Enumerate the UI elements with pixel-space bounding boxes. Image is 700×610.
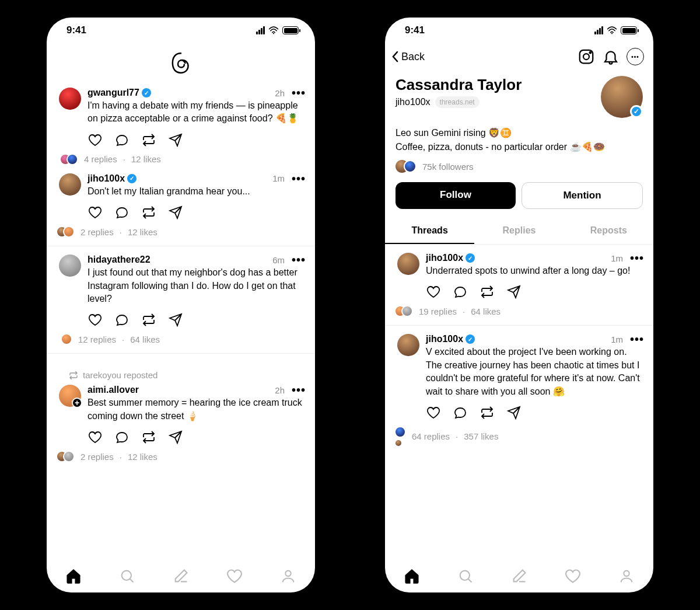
profile-post[interactable]: jiho100x 1m ••• V excited about the proj… xyxy=(385,325,653,455)
replies-count[interactable]: 4 replies xyxy=(84,154,117,164)
repost-icon[interactable] xyxy=(141,133,156,148)
tab-reposts[interactable]: Reposts xyxy=(564,218,653,244)
tab-replies[interactable]: Replies xyxy=(474,218,564,244)
nav-compose-icon[interactable] xyxy=(510,567,528,585)
replies-count[interactable]: 12 replies xyxy=(78,334,116,344)
verified-badge-icon xyxy=(630,105,643,118)
comment-icon[interactable] xyxy=(453,284,468,299)
nav-home-icon[interactable] xyxy=(64,567,83,585)
repost-icon[interactable] xyxy=(141,312,156,327)
share-icon[interactable] xyxy=(506,405,522,420)
feed-post[interactable]: tarekoyou reposted + aimi.allover 2h ••• xyxy=(47,353,315,470)
share-icon[interactable] xyxy=(168,133,183,148)
post-actions xyxy=(426,403,644,426)
post-meta: 2 replies · 12 likes xyxy=(56,226,306,246)
svg-point-8 xyxy=(624,571,629,576)
share-icon[interactable] xyxy=(506,284,522,299)
like-icon[interactable] xyxy=(88,312,103,327)
avatar[interactable] xyxy=(59,173,81,196)
follow-button[interactable]: Follow xyxy=(396,182,516,209)
username[interactable]: jiho100x xyxy=(426,334,463,344)
profile-post[interactable]: jiho100x 1m ••• Underrated spots to unwi… xyxy=(385,245,653,325)
more-icon[interactable]: ••• xyxy=(292,387,306,393)
mention-button[interactable]: Mention xyxy=(522,182,643,209)
notifications-icon[interactable] xyxy=(602,48,620,65)
nav-search-icon[interactable] xyxy=(456,567,475,585)
share-icon[interactable] xyxy=(168,205,183,220)
more-icon[interactable]: ••• xyxy=(630,336,644,342)
avatar[interactable] xyxy=(59,255,81,277)
like-icon[interactable] xyxy=(88,133,103,148)
feed-content: gwangurl77 2h ••• I'm having a debate wi… xyxy=(47,43,315,560)
instagram-icon[interactable] xyxy=(578,48,595,65)
likes-count[interactable]: 12 likes xyxy=(128,452,158,462)
profile-nav: Back ••• xyxy=(385,43,653,70)
threads-logo[interactable] xyxy=(47,43,315,88)
follow-plus-icon[interactable]: + xyxy=(72,398,82,408)
avatar[interactable] xyxy=(59,88,81,110)
phone-feed: 9:41 gwangurl77 2 xyxy=(47,18,315,592)
repost-icon[interactable] xyxy=(480,405,495,420)
profile-header: Cassandra Taylor jiho100x threads.net Le… xyxy=(385,70,653,218)
like-icon[interactable] xyxy=(88,205,103,220)
share-icon[interactable] xyxy=(168,312,183,327)
likes-count[interactable]: 12 likes xyxy=(131,154,161,164)
followers-row[interactable]: 75k followers xyxy=(396,160,643,182)
repost-icon[interactable] xyxy=(480,284,495,299)
avatar[interactable]: + xyxy=(59,385,81,407)
followers-count: 75k followers xyxy=(422,162,474,172)
username[interactable]: hidayathere22 xyxy=(88,255,150,265)
avatar[interactable] xyxy=(397,334,419,356)
more-icon[interactable]: ••• xyxy=(292,257,306,263)
comment-icon[interactable] xyxy=(114,430,130,445)
profile-avatar[interactable] xyxy=(601,76,643,118)
reply-avatar xyxy=(63,451,75,462)
likes-count[interactable]: 64 likes xyxy=(130,334,160,344)
more-icon[interactable]: ••• xyxy=(630,255,644,261)
tab-threads[interactable]: Threads xyxy=(385,218,474,244)
username[interactable]: aimi.allover xyxy=(88,385,139,395)
likes-count[interactable]: 12 likes xyxy=(128,227,158,237)
replies-count[interactable]: 19 replies xyxy=(419,306,457,316)
share-icon[interactable] xyxy=(168,430,183,445)
nav-profile-icon[interactable] xyxy=(279,567,298,585)
nav-home-icon[interactable] xyxy=(402,567,421,585)
post-rail xyxy=(56,88,84,113)
nav-activity-icon[interactable] xyxy=(564,567,582,585)
nav-profile-icon[interactable] xyxy=(617,567,636,585)
reply-avatar xyxy=(394,426,406,438)
feed-post[interactable]: jiho100x 1m ••• Don't let my Italian gra… xyxy=(47,173,315,246)
nav-search-icon[interactable] xyxy=(118,567,136,585)
username[interactable]: jiho100x xyxy=(426,253,463,263)
nav-compose-icon[interactable] xyxy=(172,567,190,585)
profile-bio: Leo sun Gemini rising 🦁♊ Coffee, pizza, … xyxy=(396,118,643,160)
replies-count[interactable]: 2 replies xyxy=(80,452,114,462)
like-icon[interactable] xyxy=(88,430,103,445)
status-bar: 9:41 xyxy=(47,18,315,43)
likes-count[interactable]: 64 likes xyxy=(471,306,501,316)
domain-pill: threads.net xyxy=(435,96,480,108)
comment-icon[interactable] xyxy=(114,312,130,327)
comment-icon[interactable] xyxy=(114,133,130,148)
username[interactable]: jiho100x xyxy=(88,173,125,184)
likes-count[interactable]: 357 likes xyxy=(464,431,498,441)
more-menu-icon[interactable]: ••• xyxy=(626,48,644,65)
nav-activity-icon[interactable] xyxy=(225,567,244,585)
avatar[interactable] xyxy=(397,253,419,275)
comment-icon[interactable] xyxy=(453,405,468,420)
post-actions xyxy=(88,203,306,226)
like-icon[interactable] xyxy=(426,405,441,420)
feed-post[interactable]: hidayathere22 6m ••• I just found out th… xyxy=(47,246,315,353)
repost-icon[interactable] xyxy=(141,205,156,220)
like-icon[interactable] xyxy=(426,284,441,299)
more-icon[interactable]: ••• xyxy=(292,90,306,96)
comment-icon[interactable] xyxy=(114,205,130,220)
username[interactable]: gwangurl77 xyxy=(88,88,139,98)
repost-icon[interactable] xyxy=(141,430,156,445)
feed-post[interactable]: gwangurl77 2h ••• I'm having a debate wi… xyxy=(47,88,315,173)
post-rail: + xyxy=(56,385,84,410)
back-button[interactable]: Back xyxy=(391,51,425,63)
replies-count[interactable]: 64 replies xyxy=(412,431,450,441)
more-icon[interactable]: ••• xyxy=(292,176,306,182)
replies-count[interactable]: 2 replies xyxy=(80,227,114,237)
